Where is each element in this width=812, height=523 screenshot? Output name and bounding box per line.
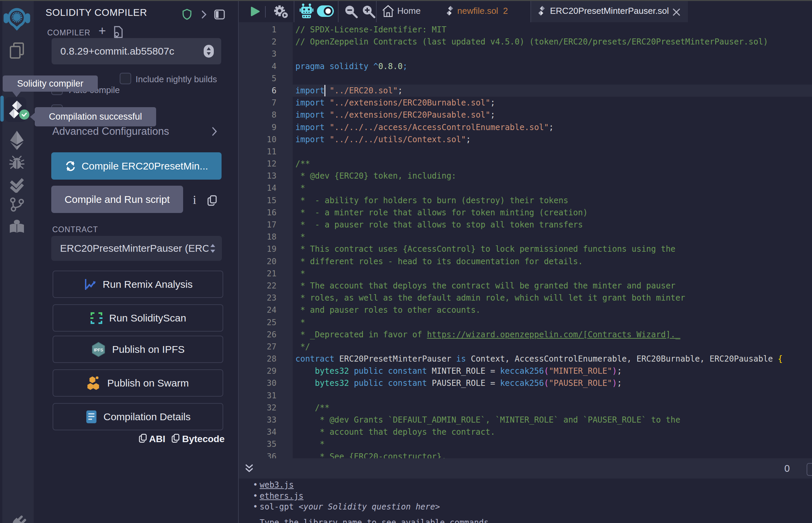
line-number: 34 (239, 426, 293, 438)
code-line: // SPDX-License-Identifier: MIT (293, 23, 812, 36)
line-number: 31 (239, 390, 293, 402)
terminal-listen-box[interactable] (807, 463, 812, 476)
code-line: * - ability for holders to burn (destroy… (293, 195, 812, 206)
editor-gutter: 1234567891011121314151617181920212223242… (239, 22, 293, 458)
refresh-icon (65, 161, 76, 172)
window-top-edge (0, 0, 812, 1)
code-line: // OpenZeppelin Contracts (last updated … (293, 36, 812, 48)
publish-swarm-button[interactable]: Publish on Swarm (53, 369, 223, 397)
toolbar-divider (265, 6, 266, 18)
compiler-version-select[interactable]: 0.8.29+commit.ab55807c (52, 38, 221, 65)
line-number: 4 (239, 60, 293, 72)
tab-newfile[interactable]: newfile.sol 2 (457, 6, 508, 16)
contract-select[interactable]: ERC20PresetMinterPauser (ERC20 (51, 236, 222, 261)
terminal-entry[interactable]: •web3.js (260, 480, 294, 490)
unit-testing-icon[interactable] (0, 178, 34, 193)
code-line: import "../extensions/ERC20Burnable.sol"… (293, 97, 812, 109)
panel-title: SOLIDITY COMPILER (46, 7, 147, 18)
tab-active[interactable]: ERC20PresetMinterPauser.sol (531, 1, 688, 22)
code-line: * - a minter role that allows for token … (293, 206, 812, 219)
tab-active-label: ERC20PresetMinterPauser.sol (550, 6, 669, 16)
include-nightly-checkbox[interactable] (120, 73, 131, 84)
line-number: 16 (239, 206, 293, 219)
editor-code[interactable]: // SPDX-License-Identifier: MIT// OpenZe… (293, 22, 812, 458)
run-solidityscan-label: Run SolidityScan (109, 312, 186, 324)
copy-abi-icon[interactable] (139, 433, 147, 445)
pin-panel-icon[interactable] (214, 9, 225, 22)
line-number: 15 (239, 195, 293, 206)
code-line (293, 72, 812, 85)
code-line: contract ERC20PresetMinterPauser is Cont… (293, 353, 812, 365)
panel-chevron-right-icon[interactable] (201, 10, 207, 20)
terminal-bullet: • (253, 480, 258, 490)
solidity-compiler-tooltip-arrow (12, 91, 21, 97)
terminal-hint: Type the library name to see available c… (260, 518, 494, 523)
deploy-run-icon[interactable] (0, 130, 34, 150)
line-number: 32 (239, 402, 293, 414)
toolbar-separator-3 (376, 1, 377, 22)
copy-script-icon[interactable] (207, 195, 217, 208)
ai-toggle[interactable] (317, 5, 334, 18)
code-line: bytes32 public constant PAUSER_ROLE = ke… (293, 377, 812, 389)
terminal-collapse-icon[interactable] (245, 464, 253, 475)
file-explorer-icon[interactable] (0, 42, 34, 59)
close-tab-icon[interactable] (672, 8, 681, 17)
code-line: /** (293, 402, 812, 414)
icon-bar-edge (0, 0, 2, 523)
line-number: 24 (239, 304, 293, 316)
tab-home-label[interactable]: Home (397, 6, 421, 16)
code-line: * (293, 268, 812, 280)
terminal-bullet: • (253, 502, 258, 511)
zoom-out-icon[interactable] (344, 4, 358, 20)
git-icon[interactable] (0, 197, 34, 212)
tab-home[interactable] (382, 5, 394, 18)
run-analysis-button[interactable]: Run Remix Analysis (53, 271, 223, 298)
code-line: * (293, 182, 812, 194)
code-line: import "../../../access/AccessControlEnu… (293, 121, 812, 133)
code-line: * account that deploys the contract. (293, 426, 812, 438)
publish-ipfs-button[interactable]: IPFS Publish on IPFS (53, 336, 223, 363)
run-solidityscan-button[interactable]: Run SolidityScan (53, 304, 223, 331)
solidityscan-icon (90, 311, 103, 325)
plugin-manager-icon[interactable] (8, 515, 27, 523)
copy-bytecode-icon[interactable] (171, 433, 180, 445)
code-line: * @dev {ERC20} token, including: (293, 170, 812, 182)
code-line: /** (293, 158, 812, 170)
code-line: import "../ERC20.sol"; (293, 85, 812, 97)
code-line: */ (293, 341, 812, 353)
info-icon[interactable]: i (193, 193, 196, 207)
zoom-in-icon[interactable] (361, 4, 376, 20)
remix-logo-icon[interactable] (0, 6, 34, 31)
code-line: * See {ERC20-constructor}. (293, 451, 812, 458)
line-number: 35 (239, 438, 293, 450)
run-analysis-label: Run Remix Analysis (103, 279, 193, 290)
compile-run-button[interactable]: Compile and Run script (51, 186, 183, 213)
line-number: 26 (239, 328, 293, 341)
code-line (293, 48, 812, 60)
run-script-play-icon[interactable] (250, 6, 260, 18)
advanced-config-label[interactable]: Advanced Configurations (52, 125, 169, 138)
compiler-section-label: COMPILER (47, 28, 90, 37)
add-compiler-icon[interactable]: + (99, 23, 106, 38)
code-line: * different roles - head to its document… (293, 255, 812, 268)
terminal-bar[interactable]: 0 (239, 458, 812, 479)
learneth-icon[interactable] (0, 220, 34, 234)
advanced-config-chevron-icon[interactable] (212, 127, 217, 138)
compile-run-settings-icon[interactable] (272, 4, 289, 21)
debugger-icon[interactable] (0, 155, 34, 170)
line-number: 28 (239, 353, 293, 365)
bytecode-button[interactable]: Bytecode (182, 434, 225, 445)
terminal-entry[interactable]: •sol-gpt <your Solidity question here> (260, 502, 440, 511)
ai-robot-icon[interactable] (299, 3, 314, 20)
compilation-details-button[interactable]: Compilation Details (53, 403, 223, 430)
abi-button[interactable]: ABI (149, 434, 165, 445)
terminal-entry[interactable]: •ethers.js (260, 491, 303, 501)
terminal-output[interactable]: •web3.js•ethers.js•sol-gpt <your Solidit… (239, 479, 812, 523)
code-line: * roles, as well as the default admin ro… (293, 292, 812, 304)
contract-select-arrows-icon (209, 243, 216, 253)
include-nightly-label[interactable]: Include nightly builds (136, 74, 217, 85)
line-number: 19 (239, 243, 293, 255)
shield-icon (182, 9, 192, 21)
line-number: 29 (239, 365, 293, 377)
compile-button[interactable]: Compile ERC20PresetMin... (51, 152, 222, 180)
